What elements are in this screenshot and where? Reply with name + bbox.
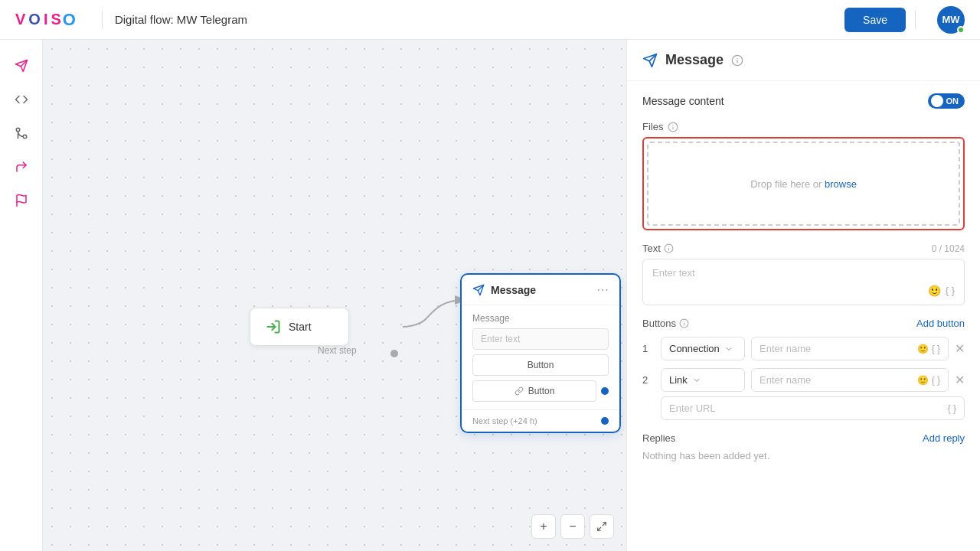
right-panel: Message Message content ON Files (626, 40, 980, 551)
toggle-label: ON (946, 96, 959, 106)
left-sidebar (0, 40, 43, 551)
main-layout: Start Next step Message ⋯ M (0, 40, 980, 551)
message-telegram-icon (472, 284, 485, 296)
button-2-name-input[interactable]: Enter name 🙂 { } (751, 368, 949, 392)
text-input-icons: 🙂 { } (928, 285, 955, 297)
buttons-header-row: Buttons Add button (642, 318, 965, 329)
panel-info-icon[interactable] (731, 54, 743, 67)
button-2-type-select[interactable]: Link (661, 368, 745, 392)
avatar: MW (937, 6, 965, 34)
button-2-chevron (692, 376, 701, 385)
header-sep2 (915, 11, 916, 29)
text-label: Text (642, 243, 674, 254)
message-content-row: Message content ON (642, 93, 965, 109)
files-inner: Drop file here or browse (647, 142, 960, 226)
button-1-chevron (724, 344, 733, 354)
start-node[interactable]: Start (250, 308, 349, 346)
buttons-label: Buttons (642, 318, 689, 329)
button2-connector (601, 387, 609, 395)
button-1-var-icon[interactable]: { } (932, 344, 940, 354)
button-1-number: 1 (642, 343, 655, 354)
button-row-2-wrapper: 2 Link Enter name 🙂 { } ✕ (642, 368, 965, 420)
logo: VOISO (15, 10, 77, 30)
message-node-header: Message ⋯ (462, 275, 619, 305)
fit-view-button[interactable] (590, 514, 614, 539)
button-2-var-icon[interactable]: { } (932, 375, 940, 386)
browse-link[interactable]: browse (825, 178, 857, 190)
node-text-input[interactable]: Enter text (472, 328, 609, 350)
sidebar-icon-code[interactable] (8, 86, 35, 113)
node-button-2[interactable]: Button (472, 380, 596, 402)
button-2-name-icons: 🙂 { } (917, 375, 940, 386)
button-2-remove[interactable]: ✕ (955, 373, 965, 387)
message-node-menu-icon[interactable]: ⋯ (596, 282, 609, 297)
emoji-icon[interactable]: 🙂 (928, 285, 941, 297)
files-info-icon[interactable] (668, 122, 678, 132)
right-panel-header: Message (627, 40, 980, 81)
sidebar-icon-branch[interactable] (8, 119, 35, 147)
button-2-emoji-icon[interactable]: 🙂 (917, 375, 929, 386)
panel-title: Message (665, 52, 724, 68)
text-info-icon[interactable] (664, 243, 674, 253)
sidebar-icon-redirect[interactable] (8, 153, 35, 181)
url-var-icon[interactable]: { } (948, 403, 956, 414)
replies-label: Replies (642, 432, 675, 444)
drop-text: Drop file here or browse (750, 178, 857, 190)
svg-line-8 (603, 523, 606, 526)
panel-telegram-icon (642, 53, 658, 68)
text-placeholder: Enter text (652, 267, 695, 279)
header-divider (102, 11, 103, 29)
text-section: Text 0 / 1024 Enter text 🙂 { } (642, 243, 965, 305)
button-2-url-input[interactable]: Enter URL { } (661, 396, 965, 420)
text-input-box[interactable]: Enter text 🙂 { } (642, 259, 965, 305)
button-1-type-select[interactable]: Connection (661, 337, 745, 360)
replies-empty-text: Nothing has been added yet. (642, 450, 965, 461)
node-button-2-row: Button (472, 380, 609, 402)
buttons-info-icon[interactable] (679, 318, 689, 328)
button-1-remove[interactable]: ✕ (955, 341, 965, 356)
logo-i: I (44, 11, 50, 28)
zoom-in-button[interactable]: + (531, 514, 556, 539)
avatar-online-badge (957, 26, 965, 34)
start-node-label: Start (289, 321, 312, 333)
button-2-url-row: Enter URL { } (661, 396, 965, 420)
fit-icon (596, 521, 607, 532)
logo-oo: O (63, 10, 77, 30)
message-node-body: Message Enter text Button Button (462, 305, 619, 409)
button-2-number: 2 (642, 374, 655, 386)
variable-icon[interactable]: { } (946, 285, 955, 297)
toggle-knob (931, 95, 943, 107)
message-node-title: Message (472, 284, 536, 296)
link-icon (514, 386, 524, 396)
add-button-link[interactable]: Add button (916, 318, 965, 329)
replies-header-row: Replies Add reply (642, 432, 965, 444)
message-node[interactable]: Message ⋯ Message Enter text Button Butt… (460, 273, 621, 433)
message-node-footer: Next step (+24 h) (462, 409, 619, 432)
header: VOISO Digital flow: MW Telegram Save MW (0, 0, 980, 40)
files-drop-zone[interactable]: Drop file here or browse (642, 137, 965, 230)
button-row-1: 1 Connection Enter name 🙂 { } ✕ (642, 337, 965, 360)
footer-connector (601, 417, 609, 425)
start-icon (266, 319, 281, 334)
save-button[interactable]: Save (844, 8, 906, 32)
button-row-2: 2 Link Enter name 🙂 { } ✕ (642, 368, 965, 392)
add-reply-link[interactable]: Add reply (923, 432, 965, 444)
buttons-section: Buttons Add button 1 Connection Enter na… (642, 318, 965, 420)
files-section: Files Drop file here or browse (642, 121, 965, 230)
text-label-row: Text 0 / 1024 (642, 243, 965, 254)
message-content-toggle[interactable]: ON (928, 93, 965, 109)
sidebar-icon-send[interactable] (8, 52, 35, 80)
svg-line-9 (598, 527, 601, 530)
replies-section: Replies Add reply Nothing has been added… (642, 432, 965, 461)
logo-v: V (15, 11, 27, 28)
zoom-out-button[interactable]: − (560, 514, 585, 539)
canvas-controls: + − (531, 514, 614, 539)
button-1-name-input[interactable]: Enter name 🙂 { } (751, 337, 949, 360)
button-1-name-icons: 🙂 { } (917, 344, 940, 354)
button-1-emoji-icon[interactable]: 🙂 (917, 344, 929, 354)
flow-canvas: Start Next step Message ⋯ M (43, 40, 626, 551)
char-count: 0 / 1024 (932, 243, 965, 254)
sidebar-icon-flag[interactable] (8, 187, 35, 214)
node-button-1[interactable]: Button (472, 354, 609, 376)
logo-s: S (51, 11, 62, 28)
